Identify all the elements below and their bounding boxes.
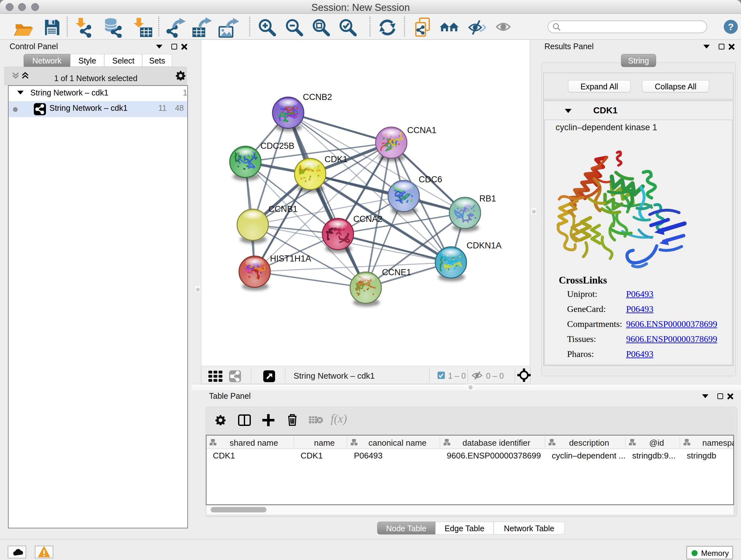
svg-text:CCNE1: CCNE1 xyxy=(382,267,411,277)
svg-text:CDC6: CDC6 xyxy=(419,175,442,184)
svg-text:CCNA1: CCNA1 xyxy=(407,125,436,135)
svg-text:CDK1: CDK1 xyxy=(325,154,347,164)
svg-text:CCNA2: CCNA2 xyxy=(353,214,383,224)
svg-text:CCNB2: CCNB2 xyxy=(303,92,332,102)
svg-text:HIST1H1A: HIST1H1A xyxy=(270,254,311,263)
svg-text:CCNB1: CCNB1 xyxy=(268,204,298,214)
svg-text:RB1: RB1 xyxy=(479,194,496,203)
svg-text:?: ? xyxy=(728,21,734,32)
svg-text:CDC25B: CDC25B xyxy=(260,141,294,151)
svg-text:CDKN1A: CDKN1A xyxy=(467,241,502,250)
